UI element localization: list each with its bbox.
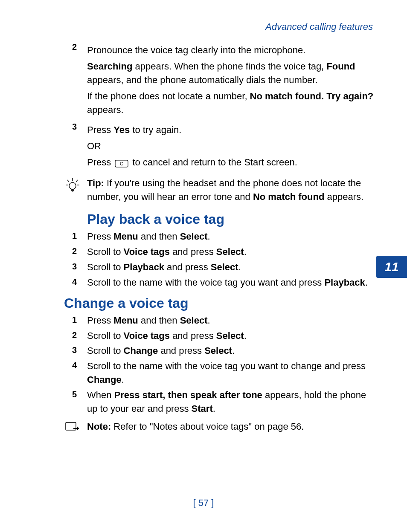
step-row: 2 Scroll to Voice tags and press Select.	[64, 245, 377, 259]
paragraph: Searching appears. When the phone finds …	[87, 60, 377, 87]
text: Scroll to	[87, 330, 124, 341]
step-row: 2 Pronounce the voice tag clearly into t…	[64, 41, 377, 119]
bold-text: Playback	[124, 262, 164, 272]
bold-text: Select	[211, 262, 238, 272]
step-row: 1 Press Menu and then Select.	[64, 230, 377, 243]
paragraph: OR	[87, 139, 377, 153]
text: Scroll to	[87, 262, 124, 272]
text: appears.	[324, 191, 363, 202]
text: If the phone does not locate a number,	[87, 91, 250, 101]
svg-line-2	[67, 180, 69, 182]
text: .	[244, 246, 247, 257]
tip-block: Tip: If you're using the headset and the…	[64, 176, 377, 204]
step-number: 1	[64, 314, 77, 326]
text: Press	[87, 315, 113, 326]
step-number: 2	[64, 245, 77, 257]
note-text: Note: Refer to "Notes about voice tags" …	[87, 420, 377, 434]
step-number: 4	[64, 276, 77, 288]
text: appears, and the phone automatically dia…	[87, 75, 318, 85]
section-title-change: Change a voice tag	[64, 295, 377, 311]
bold-text: Yes	[113, 124, 130, 135]
step-row: 3 Scroll to Playback and press Select.	[64, 260, 377, 274]
text: to cancel and return to the Start screen…	[130, 157, 297, 168]
bold-text: Menu	[113, 231, 138, 242]
step-body: Scroll to Change and press Select.	[87, 344, 377, 358]
bold-text: Select	[216, 330, 244, 341]
text: to try again.	[130, 124, 181, 135]
text: When	[87, 390, 114, 400]
step-number: 5	[64, 388, 77, 401]
bold-text: Select	[180, 231, 208, 242]
step-number: 3	[64, 121, 77, 133]
paragraph: If the phone does not locate a number, N…	[87, 90, 377, 117]
step-body: Scroll to the name with the voice tag yo…	[87, 359, 377, 387]
text: .	[244, 330, 247, 341]
text: and press	[164, 262, 211, 272]
text: Press	[87, 124, 113, 135]
section-title-playback: Play back a voice tag	[87, 211, 377, 227]
step-number: 3	[64, 344, 77, 356]
step-body: Press Menu and then Select.	[87, 230, 377, 243]
bold-text: Menu	[113, 315, 138, 326]
bold-text: Note:	[87, 421, 111, 432]
bold-text: Select	[216, 246, 244, 257]
text: and press	[170, 246, 216, 257]
step-body: Pronounce the voice tag clearly into the…	[87, 41, 377, 119]
step-number: 2	[64, 41, 77, 53]
text: Scroll to	[87, 345, 124, 356]
step-number: 4	[64, 359, 77, 372]
text: Press	[87, 231, 113, 242]
lightbulb-icon	[64, 177, 83, 196]
text: appears. When the phone finds the voice …	[132, 61, 326, 72]
step-body: Press Menu and then Select.	[87, 314, 377, 327]
bold-text: No match found	[253, 191, 324, 202]
running-header: Advanced calling features	[64, 21, 377, 32]
text: .	[122, 374, 124, 385]
bold-text: Voice tags	[124, 330, 170, 341]
bold-text: Select	[204, 345, 232, 356]
text: Scroll to	[87, 246, 124, 257]
bold-text: Start	[192, 403, 213, 414]
text: .	[232, 345, 235, 356]
step-row: 3 Scroll to Change and press Select.	[64, 344, 377, 358]
text: .	[208, 315, 210, 326]
step-body: Scroll to Voice tags and press Select.	[87, 329, 377, 343]
section-tab: 11	[376, 256, 407, 278]
step-body: Press Yes to try again. OR Press C to ca…	[87, 121, 377, 172]
bold-text: Tip:	[87, 178, 104, 188]
step-row: 2 Scroll to Voice tags and press Select.	[64, 329, 377, 343]
bold-text: Voice tags	[124, 246, 170, 257]
step-row: 4 Scroll to the name with the voice tag …	[64, 359, 377, 387]
bold-text: Change	[87, 374, 122, 385]
step-row: 3 Press Yes to try again. OR Press C to …	[64, 121, 377, 172]
c-key-icon: C	[114, 156, 129, 170]
text: .	[208, 231, 210, 242]
bold-text: Searching	[87, 61, 132, 72]
bold-text: Playback	[324, 277, 365, 288]
step-body: Scroll to Playback and press Select.	[87, 260, 377, 274]
paragraph: Press C to cancel and return to the Star…	[87, 156, 377, 170]
text: Scroll to the name with the voice tag yo…	[87, 277, 324, 288]
text: Press	[87, 157, 113, 168]
svg-line-3	[76, 180, 78, 182]
step-body: Scroll to the name with the voice tag yo…	[87, 276, 377, 289]
step-body: When Press start, then speak after tone …	[87, 388, 377, 416]
svg-point-6	[69, 182, 76, 189]
bold-text: Select	[180, 315, 208, 326]
step-number: 2	[64, 329, 77, 341]
step-number: 1	[64, 230, 77, 242]
text: and then	[138, 231, 180, 242]
text: .	[213, 403, 215, 414]
step-row: 1 Press Menu and then Select.	[64, 314, 377, 327]
step-body: Scroll to Voice tags and press Select.	[87, 245, 377, 259]
bold-text: Change	[124, 345, 158, 356]
step-row: 5 When Press start, then speak after ton…	[64, 388, 377, 416]
paragraph: Press Yes to try again.	[87, 123, 377, 137]
paragraph: Pronounce the voice tag clearly into the…	[87, 43, 377, 57]
note-block: Note: Refer to "Notes about voice tags" …	[64, 420, 377, 436]
page-number: [ 57 ]	[0, 497, 407, 509]
text: and then	[138, 315, 180, 326]
text: .	[365, 277, 368, 288]
text: .	[238, 262, 241, 272]
text: appears.	[87, 104, 124, 115]
